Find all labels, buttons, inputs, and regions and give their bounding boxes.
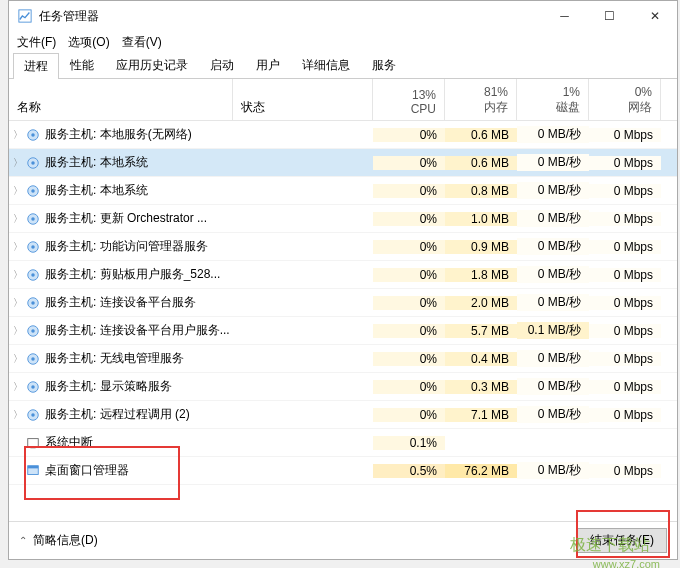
process-icon [25,323,41,339]
table-row[interactable]: 桌面窗口管理器0.5%76.2 MB0 MB/秒0 Mbps [9,457,677,485]
network-value: 0 Mbps [589,156,661,170]
menubar: 文件(F) 选项(O) 查看(V) [9,31,677,53]
maximize-button[interactable]: ☐ [587,1,632,31]
cpu-value: 0% [373,380,445,394]
col-name[interactable]: 名称 [9,79,233,120]
process-icon [25,407,41,423]
expand-icon[interactable]: 〉 [11,408,25,422]
tab-4[interactable]: 用户 [245,52,291,78]
expand-icon[interactable]: 〉 [11,380,25,394]
table-row[interactable]: 〉服务主机: 显示策略服务0%0.3 MB0 MB/秒0 Mbps [9,373,677,401]
tab-0[interactable]: 进程 [13,53,59,79]
tab-5[interactable]: 详细信息 [291,52,361,78]
process-icon [25,127,41,143]
network-value: 0 Mbps [589,380,661,394]
expand-icon[interactable]: 〉 [11,268,25,282]
table-row[interactable]: 〉服务主机: 远程过程调用 (2)0%7.1 MB0 MB/秒0 Mbps [9,401,677,429]
col-status[interactable]: 状态 [233,79,373,120]
table-body[interactable]: 〉服务主机: 本地服务(无网络)0%0.6 MB0 MB/秒0 Mbps〉服务主… [9,121,677,521]
col-network[interactable]: 0% 网络 [589,79,661,120]
process-icon [25,267,41,283]
process-icon [25,211,41,227]
tab-1[interactable]: 性能 [59,52,105,78]
memory-value: 0.6 MB [445,156,517,170]
chevron-up-icon: ⌃ [19,535,27,546]
minimize-button[interactable]: ─ [542,1,587,31]
disk-value: 0 MB/秒 [517,266,589,283]
svg-rect-0 [19,10,31,22]
process-name: 服务主机: 功能访问管理器服务 [45,238,208,255]
network-value: 0 Mbps [589,464,661,478]
svg-rect-23 [28,438,39,446]
process-icon [25,155,41,171]
disk-value: 0 MB/秒 [517,350,589,367]
table-row[interactable]: 〉服务主机: 连接设备平台服务0%2.0 MB0 MB/秒0 Mbps [9,289,677,317]
menu-view[interactable]: 查看(V) [122,34,162,51]
memory-value: 7.1 MB [445,408,517,422]
tabs: 进程性能应用历史记录启动用户详细信息服务 [9,53,677,79]
app-icon [17,8,33,24]
process-icon [25,379,41,395]
network-value: 0 Mbps [589,408,661,422]
process-name: 服务主机: 显示策略服务 [45,378,172,395]
col-disk[interactable]: 1% 磁盘 [517,79,589,120]
menu-options[interactable]: 选项(O) [68,34,109,51]
table-row[interactable]: 〉服务主机: 无线电管理服务0%0.4 MB0 MB/秒0 Mbps [9,345,677,373]
disk-value: 0 MB/秒 [517,294,589,311]
table-row[interactable]: 系统中断0.1% [9,429,677,457]
tab-3[interactable]: 启动 [199,52,245,78]
titlebar: 任务管理器 ─ ☐ ✕ [9,1,677,31]
table-row[interactable]: 〉服务主机: 连接设备平台用户服务...0%5.7 MB0.1 MB/秒0 Mb… [9,317,677,345]
disk-value: 0 MB/秒 [517,182,589,199]
disk-value: 0 MB/秒 [517,210,589,227]
table-row[interactable]: 〉服务主机: 更新 Orchestrator ...0%1.0 MB0 MB/秒… [9,205,677,233]
cpu-value: 0% [373,128,445,142]
network-value: 0 Mbps [589,324,661,338]
col-memory[interactable]: 81% 内存 [445,79,517,120]
tab-6[interactable]: 服务 [361,52,407,78]
memory-value: 0.6 MB [445,128,517,142]
network-value: 0 Mbps [589,212,661,226]
window-controls: ─ ☐ ✕ [542,1,677,31]
svg-rect-26 [28,465,39,468]
end-task-button[interactable]: 结束任务(E) [577,528,667,553]
svg-point-22 [31,413,35,417]
expand-icon[interactable]: 〉 [11,240,25,254]
expand-icon[interactable]: 〉 [11,156,25,170]
memory-value: 2.0 MB [445,296,517,310]
network-value: 0 Mbps [589,296,661,310]
memory-value: 0.4 MB [445,352,517,366]
expand-icon[interactable]: 〉 [11,128,25,142]
svg-point-16 [31,329,35,333]
menu-file[interactable]: 文件(F) [17,34,56,51]
tab-2[interactable]: 应用历史记录 [105,52,199,78]
cpu-value: 0.5% [373,464,445,478]
process-name: 服务主机: 本地系统 [45,182,148,199]
expand-icon[interactable]: 〉 [11,212,25,226]
footer: ⌃ 简略信息(D) 结束任务(E) [9,521,677,559]
network-value: 0 Mbps [589,128,661,142]
table-row[interactable]: 〉服务主机: 本地系统0%0.6 MB0 MB/秒0 Mbps [9,149,677,177]
table-row[interactable]: 〉服务主机: 剪贴板用户服务_528...0%1.8 MB0 MB/秒0 Mbp… [9,261,677,289]
svg-point-10 [31,245,35,249]
expand-icon[interactable]: 〉 [11,352,25,366]
expand-icon[interactable]: 〉 [11,296,25,310]
expand-icon[interactable]: 〉 [11,184,25,198]
process-name: 服务主机: 更新 Orchestrator ... [45,210,207,227]
table-row[interactable]: 〉服务主机: 本地系统0%0.8 MB0 MB/秒0 Mbps [9,177,677,205]
process-icon [25,239,41,255]
network-value: 0 Mbps [589,352,661,366]
process-icon [25,435,41,451]
col-cpu[interactable]: 13% CPU [373,79,445,120]
process-name: 服务主机: 剪贴板用户服务_528... [45,266,220,283]
fewer-details[interactable]: ⌃ 简略信息(D) [19,532,98,549]
expand-icon[interactable]: 〉 [11,324,25,338]
table-row[interactable]: 〉服务主机: 功能访问管理器服务0%0.9 MB0 MB/秒0 Mbps [9,233,677,261]
close-button[interactable]: ✕ [632,1,677,31]
svg-point-12 [31,273,35,277]
table-row[interactable]: 〉服务主机: 本地服务(无网络)0%0.6 MB0 MB/秒0 Mbps [9,121,677,149]
process-name: 桌面窗口管理器 [45,462,129,479]
process-icon [25,183,41,199]
memory-value: 1.8 MB [445,268,517,282]
disk-value: 0 MB/秒 [517,238,589,255]
